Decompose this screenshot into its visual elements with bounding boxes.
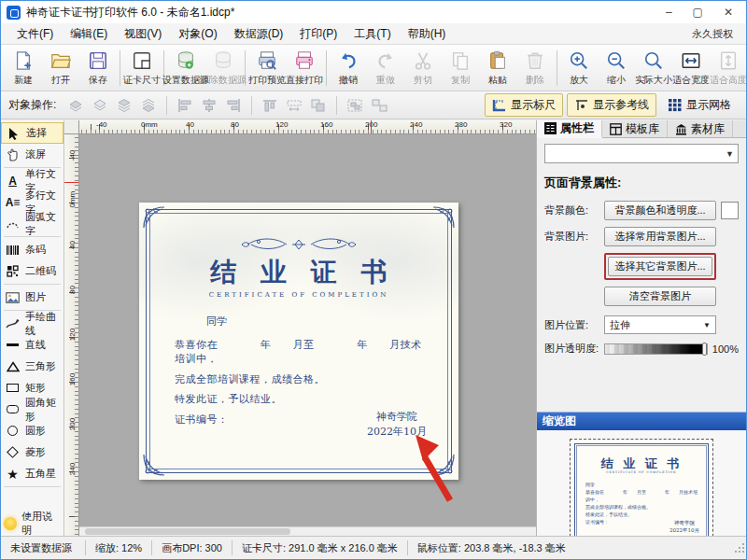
image-position-value: 拉伸 xyxy=(610,318,630,332)
v-ruler-label: 40 xyxy=(68,238,77,253)
clear-bg-button[interactable]: 清空背景图片 xyxy=(604,287,716,306)
same-size-icon xyxy=(308,96,329,115)
card-size-button[interactable]: 证卡尺寸 xyxy=(123,47,161,90)
tool-pan[interactable]: 滚屏 xyxy=(1,144,63,165)
tool-sidebar: 选择 滚屏 A 单行文字 A≡ 多行文字 圆弧文字 条码 xyxy=(1,120,64,536)
print-preview-icon xyxy=(257,49,277,72)
h-ruler-label: 320 xyxy=(500,120,512,129)
paste-button[interactable]: 粘贴 xyxy=(479,47,516,90)
help-label: 使用说明 xyxy=(21,510,61,538)
copy-icon xyxy=(450,49,471,72)
tab-properties[interactable]: 属性栏 xyxy=(537,120,602,138)
help-button[interactable]: 使用说明 xyxy=(1,511,63,536)
show-guides-button[interactable]: 显示参考线 xyxy=(567,93,656,117)
fit-height-label: 适合高度 xyxy=(710,74,747,87)
menu-tools[interactable]: 工具(T) xyxy=(345,23,399,45)
resize-grip[interactable] xyxy=(733,541,746,554)
minimize-button[interactable]: – xyxy=(666,6,672,19)
undo-label: 撤销 xyxy=(339,74,358,87)
h-ruler-label: 160 xyxy=(320,120,332,129)
thumbnail-certificate[interactable]: 结 业 证 书 CERTIFICATE OF COMPLETION 同学 恭喜你… xyxy=(571,440,712,545)
object-selector-dropdown[interactable]: ▼ xyxy=(544,144,739,163)
redo-button: 重做 xyxy=(367,47,404,90)
menu-file[interactable]: 文件(F) xyxy=(8,23,62,45)
chevron-down-icon: ▼ xyxy=(703,321,711,329)
menu-edit[interactable]: 编辑(E) xyxy=(62,23,116,45)
undo-button[interactable]: 撤销 xyxy=(330,47,367,90)
zoom-in-button[interactable]: 放大 xyxy=(560,47,598,90)
opacity-slider-thumb[interactable] xyxy=(702,343,707,356)
tab-templates[interactable]: 模板库 xyxy=(602,120,668,137)
menu-print[interactable]: 打印(P) xyxy=(291,23,345,45)
direct-print-button[interactable]: 直接打印 xyxy=(286,47,323,90)
certificate-salutation: 同学 xyxy=(206,315,430,329)
tool-image[interactable]: 图片 xyxy=(1,287,63,308)
tool-triangle[interactable]: 三角形 xyxy=(1,356,63,377)
opacity-slider[interactable] xyxy=(604,343,708,355)
menu-view[interactable]: 视图(V) xyxy=(116,23,170,45)
tool-freehand-curve[interactable]: 手绘曲线 xyxy=(1,313,63,334)
tool-line[interactable]: 直线 xyxy=(1,334,63,356)
main-toolbar: 新建 打开 保存 证卡尺寸 设置数据源 移除数据源 打印预览 xyxy=(1,45,746,91)
tool-select[interactable]: 选择 xyxy=(1,122,63,144)
fit-width-button[interactable]: 适合宽度 xyxy=(672,47,710,90)
close-button[interactable]: ✕ xyxy=(724,6,733,19)
align-right-icon xyxy=(223,96,244,115)
menu-object[interactable]: 对象(O) xyxy=(170,23,225,45)
red-annotation-arrow xyxy=(408,433,464,504)
rounded-rectangle-icon xyxy=(5,402,21,416)
hand-icon xyxy=(5,147,21,161)
bg-color-button[interactable]: 背景颜色和透明度... xyxy=(604,201,716,220)
show-guides-label: 显示参考线 xyxy=(593,97,649,113)
same-width-icon xyxy=(284,96,304,115)
zoom-out-button[interactable]: 缩小 xyxy=(598,47,635,90)
open-button[interactable]: 打开 xyxy=(42,47,79,90)
horizontal-scrollbar[interactable] xyxy=(79,526,536,536)
thumbnail-header: 缩览图 xyxy=(537,412,746,430)
remove-datasource-button: 移除数据源 xyxy=(204,47,242,90)
v-ruler-label: 80 xyxy=(68,283,77,298)
bg-color-swatch[interactable] xyxy=(721,202,739,219)
tab-materials[interactable]: 素材库 xyxy=(668,120,733,137)
tool-star-label: 五角星 xyxy=(25,467,56,481)
show-ruler-button[interactable]: 显示标尺 xyxy=(485,93,563,117)
tool-star[interactable]: ★ 五角星 xyxy=(1,463,63,484)
panel-tabs: 属性栏 模板库 素材库 xyxy=(537,120,746,138)
certificate-line3: 特发此证，予以结业。 xyxy=(175,392,430,406)
tool-arc-text[interactable]: 圆弧文字 xyxy=(1,213,63,234)
menu-help[interactable]: 帮助(H) xyxy=(400,23,455,45)
star-icon: ★ xyxy=(5,467,21,481)
zoom-in-icon xyxy=(569,49,589,72)
status-bar: 未设置数据源 缩放: 12% 画布DPI: 300 证卡尺寸: 291.0 毫米… xyxy=(1,536,746,559)
tool-barcode[interactable]: 条码 xyxy=(1,239,63,260)
tool-qrcode[interactable]: 二维码 xyxy=(1,260,63,282)
menu-datasource[interactable]: 数据源(D) xyxy=(226,23,292,45)
print-preview-button[interactable]: 打印预览 xyxy=(248,47,286,90)
tool-diamond[interactable]: 菱形 xyxy=(1,441,63,463)
new-button[interactable]: 新建 xyxy=(5,47,42,90)
h-ruler-label: 280 xyxy=(455,120,467,129)
tool-circle[interactable]: 圆形 xyxy=(1,420,63,441)
h-scroll-thumb[interactable] xyxy=(85,528,290,535)
tool-curve-label: 手绘曲线 xyxy=(25,310,60,338)
bring-to-front-icon xyxy=(65,96,86,115)
show-grid-button[interactable]: 显示网格 xyxy=(660,93,739,117)
save-button[interactable]: 保存 xyxy=(79,47,117,90)
choose-common-bg-button[interactable]: 选择常用背景图片... xyxy=(604,227,716,246)
actual-size-button[interactable]: 实际大小 xyxy=(635,47,672,90)
maximize-button[interactable]: ▢ xyxy=(693,6,703,19)
set-datasource-button[interactable]: 设置数据源 xyxy=(167,47,204,90)
app-window: 神奇证卡证书打印软件 6.0 - 未命名1.idcp* – ▢ ✕ 文件(F) … xyxy=(0,0,747,560)
barcode-icon xyxy=(5,243,21,257)
new-document-icon xyxy=(13,49,34,72)
copy-label: 复制 xyxy=(451,74,470,87)
menu-bar: 文件(F) 编辑(E) 视图(V) 对象(O) 数据源(D) 打印(P) 工具(… xyxy=(1,23,746,45)
tool-rounded-rectangle[interactable]: 圆角矩形 xyxy=(1,399,63,420)
certificate-subtitle: CERTIFICATE OF COMPLETION xyxy=(139,291,458,299)
choose-other-bg-button[interactable]: 选择其它背景图片... xyxy=(608,257,712,276)
image-position-select[interactable]: 拉伸 ▼ xyxy=(604,315,716,334)
image-position-label: 图片位置: xyxy=(544,318,604,332)
object-operations-label: 对象操作: xyxy=(8,97,56,113)
design-viewport[interactable]: 结 业 证 书 CERTIFICATE OF COMPLETION 同学 恭喜你… xyxy=(79,134,536,526)
v-ruler-label: -40 xyxy=(68,148,77,163)
